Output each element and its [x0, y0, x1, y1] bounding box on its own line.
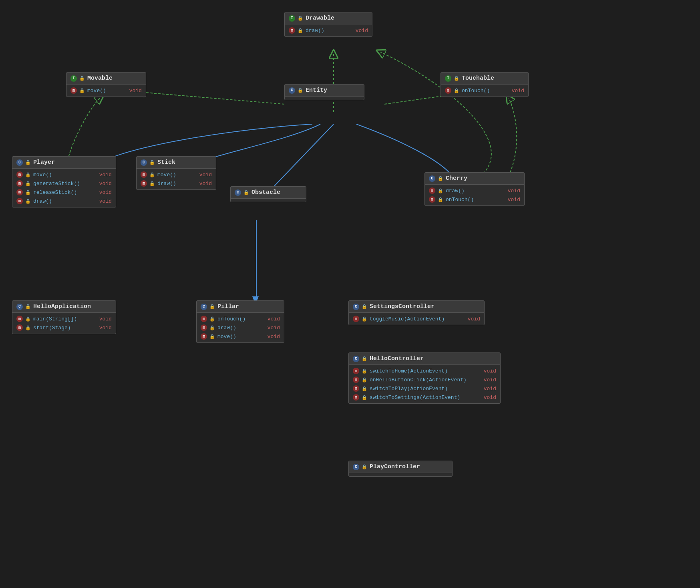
method-void: void — [264, 316, 280, 322]
interface-icon-movable: I — [70, 75, 77, 82]
method-void: void — [95, 325, 112, 331]
class-stick-body: m 🔒 move() void m 🔒 draw() void — [137, 169, 216, 189]
class-icon-player: C — [16, 159, 23, 166]
method-void: void — [95, 181, 112, 187]
method-void: void — [464, 316, 480, 322]
method-name: move() — [87, 88, 106, 94]
touchable-method-ontouch: m 🔒 onTouch() void — [441, 86, 528, 95]
class-movable-body: m 🔒 move() void — [66, 85, 146, 97]
settingscontroller-method-togglemusic: m 🔒 toggleMusic(ActionEvent) void — [349, 314, 484, 323]
class-hellocontroller: C 🔒 HelloController m 🔒 switchToHome(Act… — [348, 352, 501, 404]
helloapplication-method-start: m 🔒 start(Stage) void — [12, 323, 116, 332]
helloapplication-method-main: m 🔒 main(String[]) void — [12, 314, 116, 323]
method-void: void — [95, 189, 112, 195]
class-pillar-body: m 🔒 onTouch() void m 🔒 draw() void m 🔒 m… — [197, 313, 284, 342]
method-name: start(Stage) — [33, 325, 71, 331]
class-icon-cherry: C — [429, 175, 435, 182]
class-hellocontroller-header: C 🔒 HelloController — [349, 353, 500, 365]
class-settingscontroller-body: m 🔒 toggleMusic(ActionEvent) void — [349, 313, 484, 325]
lock-icon-player: 🔒 — [25, 160, 31, 165]
lock-icon-entity: 🔒 — [298, 88, 303, 93]
class-drawable-body: m 🔒 draw() void — [285, 24, 372, 36]
class-icon-entity: C — [289, 87, 295, 94]
class-obstacle-header: C 🔒 Obstacle — [231, 187, 306, 199]
class-cherry-title: Cherry — [446, 175, 467, 182]
class-pillar: C 🔒 Pillar m 🔒 onTouch() void m 🔒 draw()… — [196, 300, 284, 343]
method-name: onTouch() — [217, 316, 245, 322]
class-player-body: m 🔒 move() void m 🔒 generateStick() void… — [12, 169, 116, 207]
lock-icon: 🔒 — [25, 172, 31, 177]
class-icon-pillar: C — [201, 304, 207, 310]
class-settingscontroller-title: SettingsController — [370, 303, 434, 310]
class-entity-body — [285, 97, 364, 100]
class-pillar-title: Pillar — [217, 303, 239, 310]
method-icon: m — [353, 385, 359, 392]
class-icon-obstacle: C — [235, 189, 241, 196]
lock-icon-pillar: 🔒 — [209, 304, 215, 310]
method-name: main(String[]) — [33, 316, 77, 322]
lock-icon: 🔒 — [209, 316, 215, 322]
method-icon: m — [201, 316, 207, 322]
interface-icon-drawable: I — [289, 15, 295, 22]
method-icon: m — [70, 87, 77, 94]
class-playcontroller-header: C 🔒 PlayController — [349, 461, 452, 473]
method-void: void — [480, 377, 496, 383]
interface-icon-touchable: I — [445, 75, 451, 82]
method-void: void — [264, 325, 280, 331]
class-entity-title: Entity — [306, 87, 327, 94]
class-player-title: Player — [33, 159, 55, 166]
method-icon: m — [16, 171, 23, 178]
method-icon: m — [141, 180, 147, 187]
method-void: void — [504, 188, 520, 194]
class-settingscontroller-header: C 🔒 SettingsController — [349, 301, 484, 313]
hellocontroller-method-switchtosettings: m 🔒 switchToSettings(ActionEvent) void — [349, 393, 500, 402]
lock-icon: 🔒 — [362, 395, 367, 400]
pillar-method-ontouch: m 🔒 onTouch() void — [197, 314, 284, 323]
lock-icon: 🔒 — [362, 377, 367, 383]
lock-icon-stick: 🔒 — [149, 160, 155, 165]
class-hellocontroller-body: m 🔒 switchToHome(ActionEvent) void m 🔒 o… — [349, 365, 500, 403]
class-stick-header: C 🔒 Stick — [137, 157, 216, 169]
class-pillar-header: C 🔒 Pillar — [197, 301, 284, 313]
cherry-method-ontouch: m 🔒 onTouch() void — [425, 195, 524, 204]
method-name: onTouch() — [462, 88, 490, 94]
lock-icon: 🔒 — [209, 325, 215, 330]
player-method-releasestick: m 🔒 releaseStick() void — [12, 188, 116, 197]
method-icon: m — [16, 316, 23, 322]
class-helloapplication-title: HelloApplication — [33, 303, 91, 310]
class-touchable-header: I 🔒 Touchable — [441, 72, 528, 85]
lock-icon: 🔒 — [25, 181, 31, 186]
player-method-move: m 🔒 move() void — [12, 170, 116, 179]
method-icon: m — [141, 171, 147, 178]
method-void: void — [508, 88, 524, 94]
class-cherry-body: m 🔒 draw() void m 🔒 onTouch() void — [425, 185, 524, 205]
method-name: move() — [217, 334, 236, 340]
method-icon: m — [16, 189, 23, 195]
class-drawable-header: I 🔒 Drawable — [285, 12, 372, 24]
method-void: void — [95, 172, 112, 178]
class-settingscontroller: C 🔒 SettingsController m 🔒 toggleMusic(A… — [348, 300, 485, 325]
lock-icon-drawable: 🔒 — [298, 16, 303, 21]
lock-icon: 🔒 — [438, 197, 443, 202]
method-name: switchToSettings(ActionEvent) — [370, 395, 460, 401]
class-drawable: I 🔒 Drawable m 🔒 draw() void — [284, 12, 372, 37]
class-icon-settingscontroller: C — [353, 304, 359, 310]
lock-icon-hellocontroller: 🔒 — [362, 356, 367, 362]
class-playcontroller-title: PlayController — [370, 463, 420, 470]
method-icon: m — [353, 394, 359, 401]
method-void: void — [264, 334, 280, 340]
lock-icon: 🔒 — [362, 316, 367, 322]
method-void: void — [352, 28, 368, 34]
class-obstacle-body — [231, 199, 306, 202]
drawable-method-draw: m 🔒 draw() void — [285, 26, 372, 35]
class-touchable-body: m 🔒 onTouch() void — [441, 85, 528, 97]
class-cherry-header: C 🔒 Cherry — [425, 173, 524, 185]
lock-icon: 🔒 — [362, 368, 367, 374]
class-obstacle-title: Obstacle — [251, 189, 280, 196]
method-icon: m — [201, 324, 207, 331]
lock-icon-cherry: 🔒 — [438, 176, 443, 181]
lock-icon: 🔒 — [209, 334, 215, 339]
hellocontroller-method-switchtoplay: m 🔒 switchToPlay(ActionEvent) void — [349, 384, 500, 393]
method-void: void — [125, 88, 142, 94]
class-icon-helloapplication: C — [16, 304, 23, 310]
